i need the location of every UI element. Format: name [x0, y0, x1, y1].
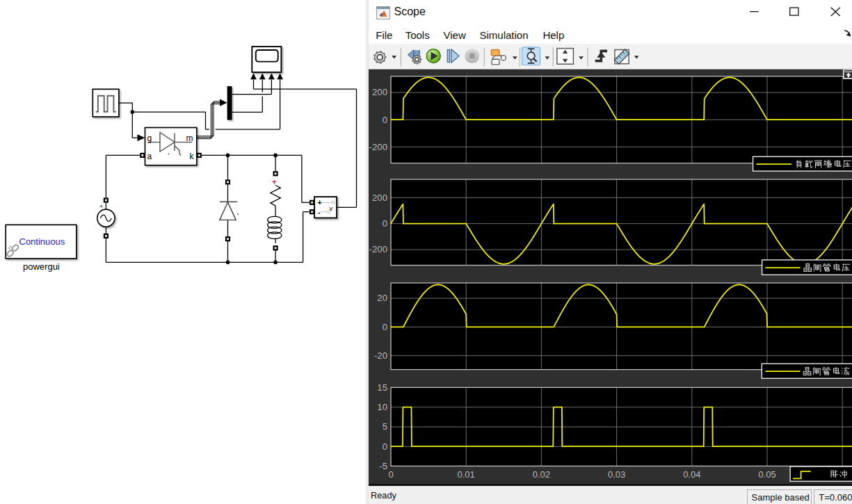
svg-text:0.03: 0.03	[608, 469, 625, 480]
svg-text:5: 5	[383, 421, 387, 432]
svg-text:10: 10	[377, 402, 387, 412]
svg-text:0: 0	[383, 322, 387, 332]
svg-text:0: 0	[383, 115, 387, 125]
svg-text:200: 200	[372, 193, 387, 203]
svg-text:15: 15	[377, 382, 387, 393]
svg-text:0: 0	[383, 441, 387, 452]
svg-text:+: +	[99, 203, 103, 210]
svg-text:a: a	[147, 152, 152, 161]
svg-text:0.05: 0.05	[758, 469, 775, 480]
svg-text:k: k	[190, 152, 195, 161]
svg-text:g: g	[147, 133, 152, 143]
svg-text:200: 200	[372, 87, 387, 97]
svg-text:powergui: powergui	[23, 261, 60, 272]
svg-text:Continuous: Continuous	[19, 236, 65, 247]
svg-text:-200: -200	[369, 244, 387, 254]
svg-text:-200: -200	[369, 142, 387, 152]
svg-text:20: 20	[377, 293, 387, 303]
svg-text:-5: -5	[379, 461, 387, 471]
svg-text:0: 0	[383, 218, 387, 229]
svg-text:-20: -20	[374, 350, 387, 361]
svg-text:0.01: 0.01	[458, 469, 475, 480]
svg-text:0: 0	[388, 469, 393, 480]
svg-text:+: +	[318, 198, 322, 206]
svg-text:0.02: 0.02	[533, 469, 550, 480]
svg-text:m: m	[186, 133, 193, 143]
svg-text:0.04: 0.04	[683, 469, 700, 480]
svg-text:-: -	[318, 208, 321, 216]
